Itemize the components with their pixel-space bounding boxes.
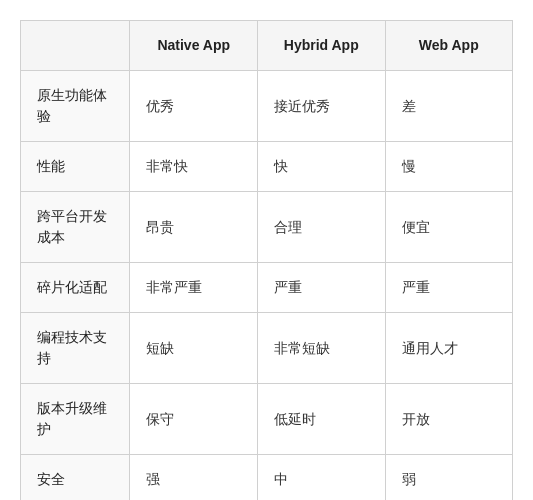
web-cell: 慢 xyxy=(385,142,512,192)
native-cell: 优秀 xyxy=(130,71,258,142)
web-cell: 差 xyxy=(385,71,512,142)
comparison-table: Native App Hybrid App Web App 原生功能体验优秀接近… xyxy=(20,20,513,500)
feature-cell: 碎片化适配 xyxy=(21,263,130,313)
feature-cell: 版本升级维护 xyxy=(21,384,130,455)
web-cell: 弱 xyxy=(385,455,512,501)
feature-cell: 安全 xyxy=(21,455,130,501)
feature-cell: 跨平台开发成本 xyxy=(21,192,130,263)
table-row: 性能非常快快慢 xyxy=(21,142,513,192)
hybrid-cell: 严重 xyxy=(257,263,385,313)
feature-cell: 编程技术支持 xyxy=(21,313,130,384)
web-cell: 便宜 xyxy=(385,192,512,263)
hybrid-cell: 合理 xyxy=(257,192,385,263)
hybrid-cell: 接近优秀 xyxy=(257,71,385,142)
hybrid-cell: 低延时 xyxy=(257,384,385,455)
table-row: 碎片化适配非常严重严重严重 xyxy=(21,263,513,313)
web-cell: 开放 xyxy=(385,384,512,455)
hybrid-cell: 快 xyxy=(257,142,385,192)
header-empty xyxy=(21,21,130,71)
native-cell: 昂贵 xyxy=(130,192,258,263)
table-row: 跨平台开发成本昂贵合理便宜 xyxy=(21,192,513,263)
table-row: 原生功能体验优秀接近优秀差 xyxy=(21,71,513,142)
web-cell: 通用人才 xyxy=(385,313,512,384)
native-cell: 短缺 xyxy=(130,313,258,384)
table-row: 版本升级维护保守低延时开放 xyxy=(21,384,513,455)
header-web-app: Web App xyxy=(385,21,512,71)
feature-cell: 性能 xyxy=(21,142,130,192)
native-cell: 非常快 xyxy=(130,142,258,192)
native-cell: 保守 xyxy=(130,384,258,455)
header-native-app: Native App xyxy=(130,21,258,71)
table-row: 编程技术支持短缺非常短缺通用人才 xyxy=(21,313,513,384)
hybrid-cell: 非常短缺 xyxy=(257,313,385,384)
header-hybrid-app: Hybrid App xyxy=(257,21,385,71)
header-row: Native App Hybrid App Web App xyxy=(21,21,513,71)
native-cell: 非常严重 xyxy=(130,263,258,313)
web-cell: 严重 xyxy=(385,263,512,313)
hybrid-cell: 中 xyxy=(257,455,385,501)
native-cell: 强 xyxy=(130,455,258,501)
feature-cell: 原生功能体验 xyxy=(21,71,130,142)
table-row: 安全强中弱 xyxy=(21,455,513,501)
